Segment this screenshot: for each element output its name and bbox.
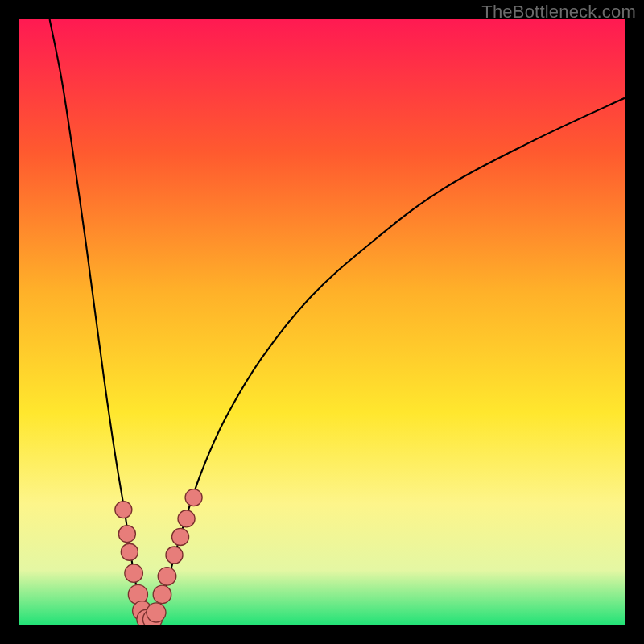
data-marker bbox=[118, 526, 135, 543]
curve-layer bbox=[19, 19, 625, 625]
data-marker bbox=[121, 543, 138, 560]
curve-right-branch bbox=[152, 98, 625, 620]
data-marker bbox=[153, 585, 171, 604]
chart-frame: TheBottleneck.com bbox=[0, 0, 644, 644]
data-marker bbox=[185, 489, 202, 506]
data-marker bbox=[166, 547, 183, 564]
data-marker bbox=[172, 528, 189, 545]
data-marker bbox=[125, 564, 143, 583]
data-marker bbox=[158, 568, 176, 586]
plot-area bbox=[19, 19, 625, 625]
data-marker bbox=[178, 510, 195, 527]
marker-cluster-right bbox=[142, 489, 202, 625]
watermark-text: TheBottleneck.com bbox=[481, 2, 636, 23]
data-marker bbox=[115, 502, 132, 518]
data-marker bbox=[147, 603, 166, 622]
